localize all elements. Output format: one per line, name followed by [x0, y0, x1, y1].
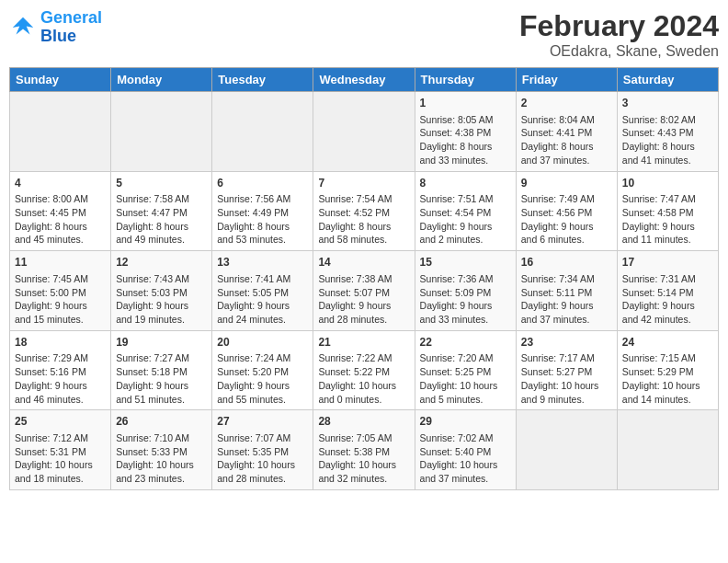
day-info: Sunrise: 8:02 AM Sunset: 4:43 PM Dayligh… — [622, 113, 713, 167]
day-info: Sunrise: 7:07 AM Sunset: 5:35 PM Dayligh… — [217, 431, 308, 486]
subtitle: OEdakra, Skane, Sweden — [519, 43, 719, 60]
calendar-cell: 12Sunrise: 7:43 AM Sunset: 5:03 PM Dayli… — [111, 251, 212, 331]
day-info: Sunrise: 7:12 AM Sunset: 5:31 PM Dayligh… — [15, 431, 106, 486]
day-number: 16 — [521, 255, 612, 270]
day-number: 27 — [217, 414, 308, 430]
day-number: 12 — [116, 255, 207, 270]
day-info: Sunrise: 7:38 AM Sunset: 5:07 PM Dayligh… — [318, 272, 409, 327]
day-number: 3 — [622, 96, 713, 111]
day-info: Sunrise: 8:00 AM Sunset: 4:45 PM Dayligh… — [15, 192, 106, 247]
day-info: Sunrise: 7:34 AM Sunset: 5:11 PM Dayligh… — [521, 272, 612, 327]
logo: General Blue — [9, 9, 102, 46]
day-number: 21 — [318, 335, 409, 350]
calendar-cell: 24Sunrise: 7:15 AM Sunset: 5:29 PM Dayli… — [617, 330, 718, 410]
calendar-cell — [212, 92, 313, 172]
day-info: Sunrise: 7:22 AM Sunset: 5:22 PM Dayligh… — [318, 351, 409, 406]
day-number: 25 — [15, 414, 106, 430]
calendar-cell: 15Sunrise: 7:36 AM Sunset: 5:09 PM Dayli… — [415, 251, 516, 331]
calendar-week-row: 4Sunrise: 8:00 AM Sunset: 4:45 PM Daylig… — [10, 171, 719, 251]
day-info: Sunrise: 7:29 AM Sunset: 5:16 PM Dayligh… — [15, 351, 106, 406]
column-header-tuesday: Tuesday — [212, 68, 313, 92]
calendar-header-row: SundayMondayTuesdayWednesdayThursdayFrid… — [10, 68, 719, 92]
day-number: 19 — [116, 335, 207, 350]
day-number: 9 — [521, 176, 612, 191]
calendar-cell: 22Sunrise: 7:20 AM Sunset: 5:25 PM Dayli… — [415, 330, 516, 410]
calendar-cell: 26Sunrise: 7:10 AM Sunset: 5:33 PM Dayli… — [111, 410, 212, 490]
calendar-cell: 5Sunrise: 7:58 AM Sunset: 4:47 PM Daylig… — [111, 171, 212, 251]
calendar-week-row: 25Sunrise: 7:12 AM Sunset: 5:31 PM Dayli… — [10, 410, 719, 490]
calendar-cell — [313, 92, 415, 172]
day-number: 11 — [15, 255, 106, 270]
day-number: 17 — [622, 255, 713, 270]
day-info: Sunrise: 7:43 AM Sunset: 5:03 PM Dayligh… — [116, 272, 207, 327]
day-info: Sunrise: 7:05 AM Sunset: 5:38 PM Dayligh… — [318, 431, 409, 486]
calendar-cell — [10, 92, 111, 172]
main-title: February 2024 — [519, 9, 719, 43]
calendar-cell: 1Sunrise: 8:05 AM Sunset: 4:38 PM Daylig… — [415, 92, 516, 172]
calendar-cell: 18Sunrise: 7:29 AM Sunset: 5:16 PM Dayli… — [10, 330, 111, 410]
day-number: 14 — [318, 255, 409, 270]
calendar-week-row: 1Sunrise: 8:05 AM Sunset: 4:38 PM Daylig… — [10, 92, 719, 172]
calendar-cell: 27Sunrise: 7:07 AM Sunset: 5:35 PM Dayli… — [212, 410, 313, 490]
day-number: 2 — [521, 96, 612, 111]
page-header: General Blue February 2024 OEdakra, Skan… — [9, 9, 719, 60]
calendar-cell: 3Sunrise: 8:02 AM Sunset: 4:43 PM Daylig… — [617, 92, 718, 172]
calendar-cell: 11Sunrise: 7:45 AM Sunset: 5:00 PM Dayli… — [10, 251, 111, 331]
day-number: 4 — [15, 176, 106, 191]
day-info: Sunrise: 8:04 AM Sunset: 4:41 PM Dayligh… — [521, 113, 612, 167]
calendar-cell: 7Sunrise: 7:54 AM Sunset: 4:52 PM Daylig… — [313, 171, 415, 251]
day-info: Sunrise: 8:05 AM Sunset: 4:38 PM Dayligh… — [420, 113, 511, 167]
column-header-sunday: Sunday — [10, 68, 111, 92]
column-header-friday: Friday — [516, 68, 617, 92]
day-info: Sunrise: 7:31 AM Sunset: 5:14 PM Dayligh… — [622, 272, 713, 327]
day-info: Sunrise: 7:45 AM Sunset: 5:00 PM Dayligh… — [15, 272, 106, 327]
calendar-cell: 13Sunrise: 7:41 AM Sunset: 5:05 PM Dayli… — [212, 251, 313, 331]
svg-marker-0 — [13, 17, 34, 35]
day-info: Sunrise: 7:02 AM Sunset: 5:40 PM Dayligh… — [420, 431, 511, 486]
day-info: Sunrise: 7:20 AM Sunset: 5:25 PM Dayligh… — [420, 351, 511, 406]
day-number: 7 — [318, 176, 409, 191]
calendar-cell: 14Sunrise: 7:38 AM Sunset: 5:07 PM Dayli… — [313, 251, 415, 331]
day-number: 10 — [622, 176, 713, 191]
day-info: Sunrise: 7:51 AM Sunset: 4:54 PM Dayligh… — [420, 192, 511, 247]
calendar-cell: 8Sunrise: 7:51 AM Sunset: 4:54 PM Daylig… — [415, 171, 516, 251]
calendar-week-row: 18Sunrise: 7:29 AM Sunset: 5:16 PM Dayli… — [10, 330, 719, 410]
column-header-thursday: Thursday — [415, 68, 516, 92]
calendar-cell: 6Sunrise: 7:56 AM Sunset: 4:49 PM Daylig… — [212, 171, 313, 251]
calendar-table: SundayMondayTuesdayWednesdayThursdayFrid… — [9, 67, 719, 490]
calendar-cell: 25Sunrise: 7:12 AM Sunset: 5:31 PM Dayli… — [10, 410, 111, 490]
day-info: Sunrise: 7:49 AM Sunset: 4:56 PM Dayligh… — [521, 192, 612, 247]
logo-text: General Blue — [40, 9, 102, 46]
calendar-cell: 2Sunrise: 8:04 AM Sunset: 4:41 PM Daylig… — [516, 92, 617, 172]
day-info: Sunrise: 7:36 AM Sunset: 5:09 PM Dayligh… — [420, 272, 511, 327]
calendar-cell: 20Sunrise: 7:24 AM Sunset: 5:20 PM Dayli… — [212, 330, 313, 410]
day-info: Sunrise: 7:58 AM Sunset: 4:47 PM Dayligh… — [116, 192, 207, 247]
day-info: Sunrise: 7:41 AM Sunset: 5:05 PM Dayligh… — [217, 272, 308, 327]
day-info: Sunrise: 7:27 AM Sunset: 5:18 PM Dayligh… — [116, 351, 207, 406]
column-header-monday: Monday — [111, 68, 212, 92]
day-info: Sunrise: 7:10 AM Sunset: 5:33 PM Dayligh… — [116, 431, 207, 486]
day-info: Sunrise: 7:54 AM Sunset: 4:52 PM Dayligh… — [318, 192, 409, 247]
calendar-cell: 23Sunrise: 7:17 AM Sunset: 5:27 PM Dayli… — [516, 330, 617, 410]
column-header-wednesday: Wednesday — [313, 68, 415, 92]
calendar-cell: 21Sunrise: 7:22 AM Sunset: 5:22 PM Dayli… — [313, 330, 415, 410]
calendar-cell: 28Sunrise: 7:05 AM Sunset: 5:38 PM Dayli… — [313, 410, 415, 490]
calendar-cell: 9Sunrise: 7:49 AM Sunset: 4:56 PM Daylig… — [516, 171, 617, 251]
day-info: Sunrise: 7:24 AM Sunset: 5:20 PM Dayligh… — [217, 351, 308, 406]
day-number: 20 — [217, 335, 308, 350]
day-info: Sunrise: 7:17 AM Sunset: 5:27 PM Dayligh… — [521, 351, 612, 406]
day-number: 18 — [15, 335, 106, 350]
day-number: 13 — [217, 255, 308, 270]
calendar-cell: 29Sunrise: 7:02 AM Sunset: 5:40 PM Dayli… — [415, 410, 516, 490]
logo-bird-icon — [9, 14, 37, 41]
calendar-cell: 4Sunrise: 8:00 AM Sunset: 4:45 PM Daylig… — [10, 171, 111, 251]
calendar-cell — [111, 92, 212, 172]
title-block: February 2024 OEdakra, Skane, Sweden — [519, 9, 719, 60]
column-header-saturday: Saturday — [617, 68, 718, 92]
calendar-cell — [617, 410, 718, 490]
day-info: Sunrise: 7:47 AM Sunset: 4:58 PM Dayligh… — [622, 192, 713, 247]
day-number: 5 — [116, 176, 207, 191]
day-number: 23 — [521, 335, 612, 350]
calendar-week-row: 11Sunrise: 7:45 AM Sunset: 5:00 PM Dayli… — [10, 251, 719, 331]
day-info: Sunrise: 7:56 AM Sunset: 4:49 PM Dayligh… — [217, 192, 308, 247]
